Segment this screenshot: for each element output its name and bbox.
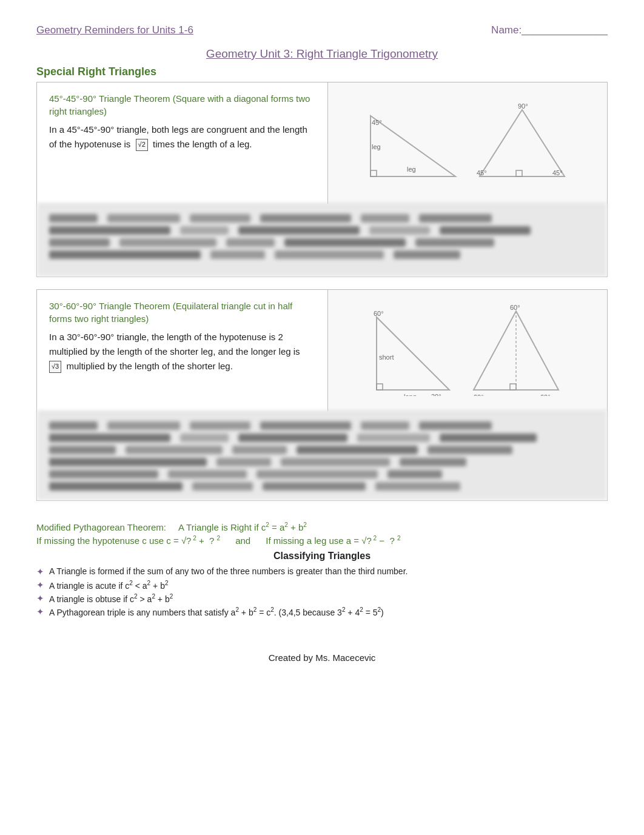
- sqrt2-box: √2: [136, 139, 148, 151]
- theorem-box-45: 45°-45°-90° Triangle Theorem (Square wit…: [36, 82, 608, 277]
- theorem-row-45: 45°-45°-90° Triangle Theorem (Square wit…: [37, 82, 607, 204]
- header-name: Name:_______________: [491, 24, 608, 36]
- triangle-45-right: isoceles 45° 45° 90°: [474, 104, 571, 183]
- svg-text:leg: leg: [407, 166, 416, 173]
- theorem-row-30: 30°-60°-90° Triangle Theorem (Equilatera…: [37, 290, 607, 411]
- theorem-text-45: 45°-45°-90° Triangle Theorem (Square wit…: [37, 82, 328, 204]
- svg-text:90°: 90°: [518, 104, 528, 110]
- pyth-leg: If missing a leg use a = √? 2 − ? 2: [266, 535, 400, 546]
- pyth-formula-line: If missing the hypotenuse c use c = √? 2…: [36, 535, 608, 546]
- bullet-symbol-4: ✦: [36, 606, 44, 617]
- svg-text:short: short: [379, 354, 394, 361]
- bullet-2: ✦ A triangle is acute if c2 < a2 + b2: [36, 580, 608, 591]
- theorem-text-30: 30°-60°-90° Triangle Theorem (Equilatera…: [37, 290, 328, 411]
- theorem-body-30: In a 30°-60°-90° triangle, the length of…: [49, 330, 315, 374]
- bullet-symbol-2: ✦: [36, 580, 44, 591]
- page-title: Geometry Unit 3: Right Triangle Trigonom…: [36, 47, 608, 61]
- theorem-images-30: 60° 30° short long 60° 60° 60°: [328, 290, 607, 411]
- svg-rect-21: [510, 384, 516, 390]
- theorem-body-45: In a 45°-45°-90° triangle, both legs are…: [49, 122, 315, 152]
- theorem-heading-45: 45°-45°-90° Triangle Theorem (Square wit…: [49, 92, 315, 118]
- svg-text:60°: 60°: [540, 394, 551, 396]
- bullet-symbol-3: ✦: [36, 593, 44, 604]
- svg-rect-8: [516, 170, 522, 176]
- svg-text:leg: leg: [372, 143, 381, 150]
- pyth-right-if: A Triangle is Right if c2 = a2 + b2: [178, 522, 307, 532]
- triangle-30-left: 60° 30° short long: [371, 305, 455, 396]
- classifying-title: Classifying Triangles: [36, 551, 608, 562]
- bullet-text-4: A Pythagorean triple is any numbers that…: [49, 606, 384, 617]
- svg-text:45°: 45°: [410, 181, 420, 183]
- svg-text:45°: 45°: [477, 169, 487, 176]
- svg-rect-6: [371, 170, 377, 176]
- blurred-table-1: [37, 204, 607, 277]
- bullet-1: ✦ A Triangle is formed if the sum of any…: [36, 566, 608, 577]
- svg-text:long: long: [404, 393, 417, 396]
- bullet-symbol-1: ✦: [36, 566, 44, 577]
- svg-rect-14: [377, 384, 383, 390]
- pyth-right-line: Modified Pythagorean Theorem: A Triangle…: [36, 521, 608, 532]
- bullet-4: ✦ A Pythagorean triple is any numbers th…: [36, 606, 608, 617]
- pyth-label: Modified Pythagorean Theorem:: [36, 522, 166, 532]
- bullet-text-3: A triangle is obtuse if c2 > a2 + b2: [49, 593, 173, 604]
- triangle-30-right: 60° 60° 60°: [468, 305, 565, 396]
- section-title: Special Right Triangles: [36, 65, 608, 78]
- bullet-text-2: A triangle is acute if c2 < a2 + b2: [49, 580, 168, 591]
- svg-text:30°: 30°: [431, 393, 441, 396]
- pyth-and: and: [235, 535, 250, 546]
- sqrt3-box: √3: [49, 361, 61, 373]
- triangle-45-left: 45° 45° leg leg: [364, 104, 461, 183]
- svg-text:60°: 60°: [374, 310, 384, 317]
- pythagorean-section: Modified Pythagorean Theorem: A Triangle…: [36, 513, 608, 628]
- blurred-table-2: [37, 411, 607, 500]
- svg-text:60°: 60°: [510, 305, 520, 311]
- theorem-box-30: 30°-60°-90° Triangle Theorem (Equilatera…: [36, 289, 608, 501]
- bullet-3: ✦ A triangle is obtuse if c2 > a2 + b2: [36, 593, 608, 604]
- bullet-text-1: A Triangle is formed if the sum of any t…: [49, 566, 408, 576]
- svg-text:45°: 45°: [552, 169, 563, 176]
- svg-marker-7: [480, 110, 565, 176]
- theorem-images-45: 45° 45° leg leg isoceles 45° 45° 90°: [328, 82, 607, 204]
- theorem-heading-30: 30°-60°-90° Triangle Theorem (Equilatera…: [49, 300, 315, 325]
- pyth-hyp: If missing the hypotenuse c use c = √? 2…: [36, 535, 220, 546]
- footer: Created by Ms. Macecevic: [36, 652, 608, 663]
- svg-text:60°: 60°: [474, 394, 484, 396]
- svg-text:45°: 45°: [372, 119, 382, 126]
- header: Geometry Reminders for Units 1-6 Name:__…: [36, 24, 608, 36]
- header-title: Geometry Reminders for Units 1-6: [36, 24, 193, 36]
